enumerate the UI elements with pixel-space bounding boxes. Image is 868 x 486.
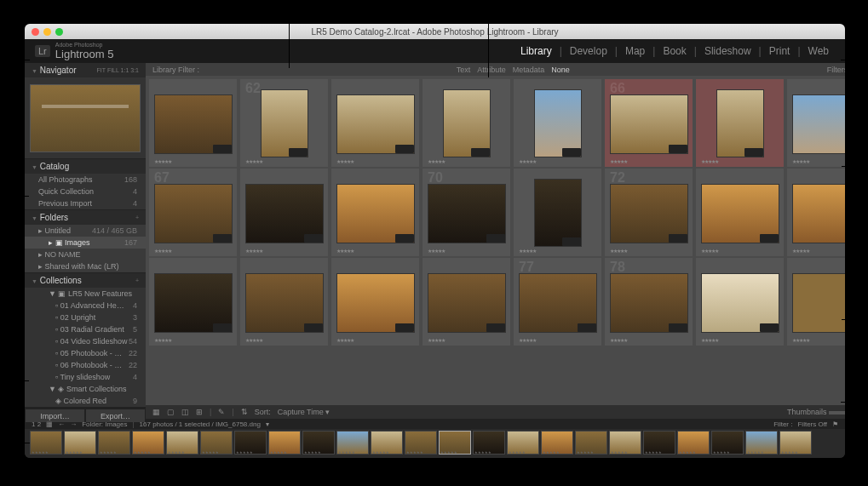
module-map[interactable]: Map: [619, 45, 651, 57]
navigator-header[interactable]: ▼ Navigator FIT FILL 1:1 3:1: [25, 63, 146, 77]
thumbnail[interactable]: [428, 273, 506, 333]
module-develop[interactable]: Develop: [564, 45, 613, 57]
rating-stars[interactable]: ★★★★★: [245, 158, 262, 164]
grid-cell[interactable]: ★★★★★: [787, 79, 845, 167]
view-mode-compare-icon[interactable]: ◫: [181, 408, 189, 416]
filter-tab-metadata[interactable]: Metadata: [513, 66, 545, 74]
thumbnail[interactable]: [792, 94, 846, 154]
thumbnail[interactable]: [261, 89, 308, 157]
catalog-header[interactable]: ▼ Catalog: [25, 159, 146, 174]
grid-cell[interactable]: 62★★★★★: [240, 79, 328, 167]
module-web[interactable]: Web: [802, 45, 835, 57]
catalog-item[interactable]: Previous Import4: [25, 197, 146, 209]
thumbnail[interactable]: [792, 273, 846, 333]
rating-stars[interactable]: ★★★★★: [519, 158, 536, 164]
filmstrip-thumb[interactable]: [98, 431, 130, 455]
filmstrip-thumb[interactable]: [643, 431, 675, 455]
volume-row[interactable]: ▸ NO NAME: [25, 249, 146, 260]
filmstrip-thumb[interactable]: [575, 431, 607, 455]
sort-dropdown[interactable]: Capture Time ▾: [278, 408, 331, 416]
rating-stars[interactable]: ★★★★★: [336, 158, 354, 164]
grid-cell[interactable]: ★★★★★: [331, 79, 419, 167]
thumbnail[interactable]: [716, 89, 764, 157]
collection-item[interactable]: ▫ 01 Advanced He…4: [25, 300, 146, 312]
thumbnail[interactable]: [154, 94, 233, 154]
thumbnail[interactable]: [245, 184, 324, 243]
module-print[interactable]: Print: [763, 45, 796, 57]
collection-item[interactable]: ▫ 02 Upright3: [25, 312, 146, 323]
thumbnail[interactable]: [701, 184, 779, 243]
filmstrip[interactable]: [25, 429, 845, 458]
rating-stars[interactable]: ★★★★★: [245, 337, 262, 343]
filter-flag-icon[interactable]: ⚑: [832, 420, 838, 428]
thumbnail[interactable]: [610, 184, 688, 243]
grid-cell[interactable]: ★★★★★: [331, 169, 419, 256]
filmstrip-thumb[interactable]: [166, 431, 198, 455]
grid-nav-icon[interactable]: ▦: [46, 420, 53, 428]
smart-collection-item[interactable]: ◈ Colored Red9: [25, 395, 146, 407]
rating-stars[interactable]: ★★★★★: [519, 337, 536, 343]
thumbnail[interactable]: [701, 273, 779, 333]
volume-row[interactable]: ▸ Untitled 414 / 465 GB: [25, 225, 146, 237]
titlebar[interactable]: LR5 Demo Catalog-2.lrcat - Adobe Photosh…: [25, 24, 845, 39]
thumbnail[interactable]: [336, 94, 415, 154]
rating-stars[interactable]: ★★★★★: [154, 158, 171, 164]
thumbnail[interactable]: [336, 273, 415, 333]
filmstrip-thumb[interactable]: [64, 431, 96, 455]
rating-stars[interactable]: ★★★★★: [154, 248, 171, 254]
folders-header[interactable]: ▼ Folders +: [25, 210, 146, 225]
filmstrip-thumb[interactable]: [609, 431, 641, 455]
grid-cell[interactable]: ★★★★★: [787, 169, 845, 256]
grid-cell[interactable]: ★★★★★: [696, 258, 784, 346]
collection-item[interactable]: ▫ 06 Photobook - …22: [25, 359, 146, 371]
thumbnail-grid[interactable]: ★★★★★62★★★★★★★★★★★★★★★★★★★★66★★★★★★★★★★★…: [146, 76, 845, 405]
view-mode-loupe-icon[interactable]: ▢: [167, 408, 175, 416]
thumbnail[interactable]: [154, 273, 233, 333]
thumbnail[interactable]: [534, 89, 582, 157]
rating-stars[interactable]: ★★★★★: [336, 337, 354, 343]
grid-cell[interactable]: ★★★★★: [696, 79, 784, 167]
collection-item[interactable]: ▫ 03 Radial Gradient5: [25, 323, 146, 335]
grid-cell[interactable]: 78★★★★★: [605, 258, 693, 346]
filmstrip-thumb[interactable]: [473, 431, 505, 455]
filter-tab-attribute[interactable]: Attribute: [477, 66, 506, 74]
rating-stars[interactable]: ★★★★★: [701, 337, 718, 343]
grid-cell[interactable]: ★★★★★: [514, 79, 601, 167]
grid-cell[interactable]: ★★★★★: [331, 258, 419, 346]
sort-direction-icon[interactable]: ⇅: [241, 408, 248, 416]
grid-cell[interactable]: ★★★★★: [240, 169, 328, 256]
view-mode-grid-icon[interactable]: ▦: [152, 408, 160, 416]
thumbnail[interactable]: [336, 184, 415, 243]
grid-cell[interactable]: ★★★★★: [787, 258, 845, 346]
rating-stars[interactable]: ★★★★★: [610, 158, 627, 164]
filmstrip-thumb[interactable]: [302, 431, 335, 455]
rating-stars[interactable]: ★★★★★: [428, 337, 445, 343]
rating-stars[interactable]: ★★★★★: [792, 158, 809, 164]
filmstrip-thumb[interactable]: [745, 431, 778, 455]
filmstrip-thumb[interactable]: [336, 431, 369, 455]
rating-stars[interactable]: ★★★★★: [792, 248, 809, 254]
grid-cell[interactable]: ★★★★★: [423, 79, 510, 167]
thumbnail-size-slider[interactable]: [829, 411, 845, 415]
grid-cell[interactable]: 70★★★★★: [423, 169, 510, 256]
thumbnail[interactable]: [245, 273, 324, 333]
filmstrip-thumb[interactable]: [371, 431, 403, 455]
navigator-preview[interactable]: [25, 77, 146, 158]
thumbnail[interactable]: [610, 273, 688, 333]
collection-item[interactable]: ▫ Tiny slideshow4: [25, 371, 146, 383]
filmstrip-thumb[interactable]: [405, 431, 437, 455]
filmstrip-thumb[interactable]: [200, 431, 233, 455]
rating-stars[interactable]: ★★★★★: [519, 248, 536, 254]
rating-stars[interactable]: ★★★★★: [701, 248, 718, 254]
rating-stars[interactable]: ★★★★★: [428, 248, 445, 254]
collection-set[interactable]: ▼ ▣ LR5 New Features: [25, 288, 146, 300]
filters-off[interactable]: Filters Off 🔒: [827, 66, 845, 74]
module-slideshow[interactable]: Slideshow: [698, 45, 757, 57]
view-mode-survey-icon[interactable]: ⊞: [196, 408, 203, 416]
filmstrip-thumb[interactable]: [541, 431, 573, 455]
grid-cell[interactable]: ★★★★★: [514, 169, 601, 256]
grid-cell[interactable]: ★★★★★: [149, 79, 237, 167]
filmstrip-thumb[interactable]: [711, 431, 744, 455]
rating-stars[interactable]: ★★★★★: [610, 248, 627, 254]
grid-cell[interactable]: ★★★★★: [149, 258, 237, 346]
